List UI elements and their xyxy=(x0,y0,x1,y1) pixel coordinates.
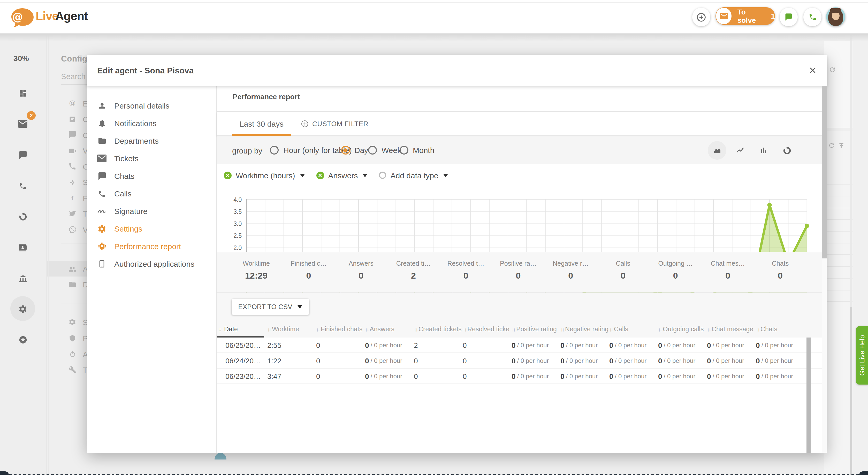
table-row-06-25-20-[interactable]: 06/25/20…2:5500/ 0 per hour200/ 0 per ho… xyxy=(217,338,822,353)
page-scrollbar-thumb[interactable] xyxy=(850,307,852,475)
modal-nav-notifications[interactable]: Notifications xyxy=(87,115,217,132)
background-refresh-icon[interactable] xyxy=(829,66,836,73)
export-label: EXPORT TO CSV xyxy=(238,303,292,311)
add-button[interactable] xyxy=(692,8,710,26)
tab-custom-filter[interactable]: CUSTOM FILTER xyxy=(301,112,368,136)
calls-button[interactable] xyxy=(803,8,822,26)
video-icon xyxy=(68,147,76,155)
table-row-06-23-20-[interactable]: 06/23/20…3:4700/ 0 per hour000/ 0 per ho… xyxy=(217,369,822,384)
svg-text:f: f xyxy=(71,195,73,201)
chevron-down-icon[interactable] xyxy=(363,173,368,177)
export-to-csv-button[interactable]: EXPORT TO CSV xyxy=(231,299,309,315)
modal-nav-calls[interactable]: Calls xyxy=(87,185,217,202)
cell: 0 xyxy=(316,338,320,353)
sort-icon: ↑↓ xyxy=(365,326,368,332)
cell: 0/ 0 per hour xyxy=(707,353,744,369)
remove-chip-icon[interactable]: ✕ xyxy=(224,171,231,179)
bar-chart-button[interactable] xyxy=(754,141,773,160)
get-live-help-label: Get Live Help xyxy=(858,335,866,376)
cell: 0/ 0 per hour xyxy=(707,369,744,384)
sidebar-departments-icon[interactable] xyxy=(11,273,34,285)
table-row-06-24-20-[interactable]: 06/24/20…1:2200/ 0 per hour000/ 0 per ho… xyxy=(217,353,822,369)
chip-answers[interactable]: ✕ Answers xyxy=(316,171,368,180)
group-by-option-day[interactable]: Day xyxy=(341,146,368,155)
modal-nav-label: Personal details xyxy=(114,101,169,110)
background-row-line xyxy=(824,266,852,267)
user-avatar[interactable] xyxy=(826,7,845,26)
modal-nav-performance-report[interactable]: Performance report xyxy=(87,238,217,255)
sidebar-loader-icon[interactable] xyxy=(11,210,34,223)
column-header-date[interactable]: ↓Date xyxy=(218,324,266,335)
modal-nav-departments[interactable]: Departments xyxy=(87,132,217,150)
radio-label: Month xyxy=(413,146,434,155)
stat-label: Positive ra… xyxy=(500,260,537,267)
column-header-finished-chats[interactable]: ↑↓Finished chats xyxy=(316,324,364,335)
chevron-down-icon[interactable] xyxy=(300,173,305,177)
column-header-resolved-ticke[interactable]: ↑↓Resolved ticke xyxy=(463,324,510,335)
group-by-option-week[interactable]: Week xyxy=(368,146,401,155)
cell: 0/ 0 per hour xyxy=(365,369,402,384)
sidebar-chats-icon[interactable] xyxy=(11,149,34,161)
background-row-line xyxy=(824,301,852,302)
background-avatar-peek xyxy=(215,453,226,460)
get-live-help-tab[interactable]: Get Live Help xyxy=(856,326,868,385)
modal-scrollbar-thumb[interactable] xyxy=(822,86,827,258)
modal-nav-chats[interactable]: Chats xyxy=(87,167,217,185)
sidebar-calls-icon[interactable] xyxy=(11,180,34,192)
column-header-negative-rating[interactable]: ↑↓Negative rating xyxy=(560,324,608,335)
group-by-option-hour-only-for-table-[interactable]: Hour (only for table) xyxy=(270,146,352,155)
radio-selected-icon[interactable] xyxy=(341,146,350,155)
donut-chart-button[interactable] xyxy=(778,141,796,160)
stat-created-ti-: Created ti…2 xyxy=(387,249,440,292)
tab-last-30-days[interactable]: Last 30 days xyxy=(232,112,291,136)
chip-worktime[interactable]: ✕ Worktime (hours) xyxy=(224,171,305,180)
column-header-chats[interactable]: ↑↓Chats xyxy=(756,324,803,335)
group-by-option-month[interactable]: Month xyxy=(399,146,434,155)
column-header-created-tickets[interactable]: ↑↓Created tickets xyxy=(414,324,461,335)
signature-icon xyxy=(97,206,107,216)
modal-close-button[interactable] xyxy=(805,63,820,77)
column-label: Created tickets xyxy=(418,326,461,333)
radio-icon[interactable] xyxy=(399,146,408,155)
table-scrollbar-thumb[interactable] xyxy=(806,338,811,453)
remove-chip-icon[interactable]: ✕ xyxy=(316,171,324,179)
sidebar-star-icon[interactable] xyxy=(11,334,34,346)
modal-nav-tickets[interactable]: Tickets xyxy=(87,150,217,167)
sort-active-underline xyxy=(217,336,264,337)
radio-icon[interactable] xyxy=(270,146,279,155)
radio-icon[interactable] xyxy=(368,146,377,155)
gear-icon xyxy=(68,318,76,326)
liveagent-logo-icon[interactable]: @ xyxy=(11,8,34,27)
column-header-calls[interactable]: ↑↓Calls xyxy=(609,324,657,335)
column-header-chat-message[interactable]: ↑↓Chat message xyxy=(707,324,754,335)
sidebar-contacts-icon[interactable] xyxy=(11,242,34,254)
add-data-type[interactable]: Add data type xyxy=(379,171,448,180)
modal-nav-personal-details[interactable]: Personal details xyxy=(87,97,217,115)
column-header-worktime[interactable]: ↑↓Worktime xyxy=(267,324,315,335)
sidebar-dashboard-icon[interactable] xyxy=(11,87,34,99)
modal-nav-authorized-applications[interactable]: Authorized applications xyxy=(87,255,217,273)
column-label: Chat message xyxy=(712,326,753,333)
cell: 0/ 0 per hour xyxy=(658,369,695,384)
chevron-down-icon[interactable] xyxy=(443,173,448,177)
to-solve-button[interactable]: To solve 1 xyxy=(715,7,775,25)
column-label: Finished chats xyxy=(321,326,363,333)
modal-nav-signature[interactable]: Signature xyxy=(87,202,217,220)
line-chart-button[interactable] xyxy=(731,141,750,160)
column-header-positive-rating[interactable]: ↑↓Positive rating xyxy=(512,324,559,335)
column-header-outgoing-calls[interactable]: ↑↓Outgoing calls xyxy=(658,324,706,335)
background-row-line xyxy=(824,243,852,243)
column-header-answers[interactable]: ↑↓Answers xyxy=(365,324,412,335)
area-chart-button[interactable] xyxy=(708,141,726,160)
cell: 0 xyxy=(463,369,467,384)
add-data-type-radio[interactable] xyxy=(379,171,386,179)
left-sidebar xyxy=(0,34,46,475)
background-refresh-icon-2[interactable] xyxy=(828,142,835,149)
background-upload-icon[interactable] xyxy=(838,142,845,149)
svg-text:3.5: 3.5 xyxy=(234,208,242,215)
sidebar-settings-icon[interactable] xyxy=(11,303,34,315)
to-solve-count: 1 xyxy=(771,12,775,20)
modal-nav-settings[interactable]: Settings xyxy=(87,220,217,238)
cell: 0 xyxy=(414,353,418,369)
chats-button[interactable] xyxy=(780,8,798,26)
